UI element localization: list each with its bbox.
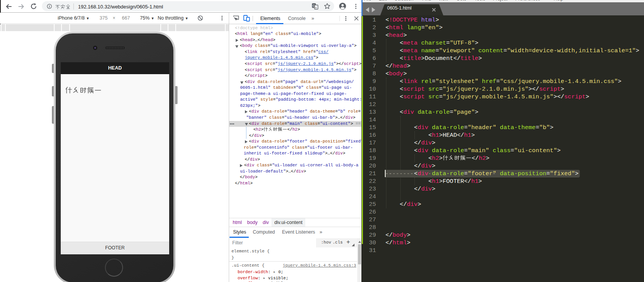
svg-text:x: x (315, 6, 317, 9)
